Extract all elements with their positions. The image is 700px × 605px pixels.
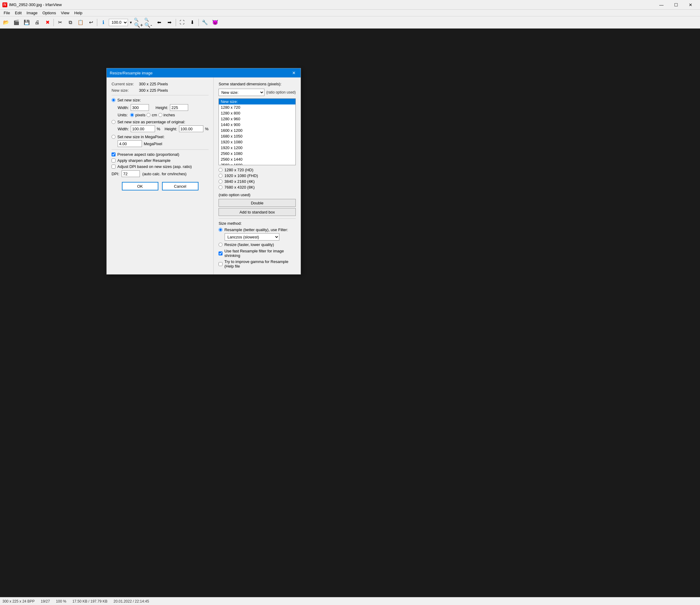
new-size-dropdown[interactable]: New size: bbox=[219, 89, 265, 96]
dropdown-row: New size: (ratio option used) bbox=[219, 89, 296, 96]
film-button[interactable] bbox=[11, 18, 21, 27]
filter-select[interactable]: Lanczos (slowest) Box Bilinear Bicubic bbox=[225, 233, 279, 240]
apply-sharpen-checkbox[interactable] bbox=[111, 159, 116, 162]
listbox-item-1[interactable]: 1280 x 800 bbox=[219, 110, 296, 116]
unit-pixels-label: pixels bbox=[135, 113, 145, 117]
zoom-out-button[interactable]: 🔍- bbox=[144, 18, 154, 27]
cut-icon bbox=[58, 20, 62, 25]
download-button[interactable] bbox=[188, 18, 197, 27]
pct-radio-row: Set new size as percentage of original: bbox=[111, 120, 208, 124]
menu-edit[interactable]: Edit bbox=[12, 10, 24, 16]
undo-button[interactable] bbox=[86, 18, 96, 27]
unit-pixels-radio[interactable] bbox=[130, 113, 134, 117]
listbox-item-7[interactable]: 1920 x 1200 bbox=[219, 145, 296, 151]
minimize-button[interactable]: — bbox=[654, 0, 668, 10]
info-icon bbox=[102, 20, 104, 25]
dialog-close-button[interactable]: ✕ bbox=[290, 70, 298, 76]
listbox-item-3[interactable]: 1440 x 900 bbox=[219, 122, 296, 128]
resize-radio[interactable] bbox=[219, 243, 223, 246]
close-button[interactable]: ✕ bbox=[683, 0, 698, 10]
preserve-aspect-checkbox[interactable] bbox=[111, 153, 116, 156]
open-button[interactable] bbox=[1, 18, 11, 27]
listbox-item-6[interactable]: 1920 x 1080 bbox=[219, 139, 296, 145]
maximize-button[interactable]: ☐ bbox=[669, 0, 683, 10]
save-button[interactable] bbox=[22, 18, 32, 27]
copy-button[interactable] bbox=[65, 18, 75, 27]
set-mp-radio[interactable] bbox=[111, 135, 116, 139]
8k-radio[interactable] bbox=[219, 185, 223, 189]
cut-button[interactable] bbox=[55, 18, 65, 27]
menu-image[interactable]: Image bbox=[24, 10, 40, 16]
prev-icon bbox=[157, 20, 161, 25]
listbox-item-5[interactable]: 1680 x 1050 bbox=[219, 133, 296, 139]
paste-button[interactable] bbox=[76, 18, 85, 27]
fhd-radio[interactable] bbox=[219, 174, 223, 178]
preserve-aspect-label: Preserve aspect ratio (proportional) bbox=[117, 152, 179, 157]
improve-gamma-checkbox[interactable] bbox=[219, 262, 223, 266]
improve-gamma-label: Try to improve gamma for Resample (Help … bbox=[224, 259, 296, 268]
ok-button[interactable]: OK bbox=[122, 182, 158, 190]
hd-radio[interactable] bbox=[219, 168, 223, 172]
zoom-dropdown-arrow: ▼ bbox=[129, 21, 133, 24]
divider-2 bbox=[111, 150, 208, 150]
add-to-standard-button[interactable]: Add to standard box bbox=[219, 208, 296, 216]
width-input[interactable] bbox=[131, 104, 149, 111]
separator-3 bbox=[176, 19, 176, 26]
zoom-in-button[interactable]: 🔍+ bbox=[134, 18, 144, 27]
ratio-note: (ratio option used) bbox=[219, 192, 296, 197]
apply-sharpen-label: Apply sharpen after Resample bbox=[117, 158, 171, 163]
units-label: Units: bbox=[118, 113, 128, 117]
hd-label: 1280 x 720 (HD) bbox=[224, 168, 253, 172]
menu-options[interactable]: Options bbox=[40, 10, 59, 16]
set-new-size-radio[interactable] bbox=[111, 98, 116, 102]
menu-file[interactable]: File bbox=[1, 10, 12, 16]
4k-radio[interactable] bbox=[219, 180, 223, 183]
dialog-right-panel: Some standard dimensions (pixels): New s… bbox=[214, 77, 301, 274]
menu-help[interactable]: Help bbox=[72, 10, 85, 16]
dialog-title: Resize/Resample image bbox=[110, 71, 153, 75]
unit-cm-radio[interactable] bbox=[147, 113, 150, 117]
height-input[interactable] bbox=[170, 104, 188, 111]
listbox-item-8[interactable]: 2560 x 1080 bbox=[219, 151, 296, 156]
set-pct-radio[interactable] bbox=[111, 120, 116, 124]
print-button[interactable] bbox=[32, 18, 42, 27]
cancel-button[interactable]: Cancel bbox=[162, 182, 199, 190]
pct-input-row: Width: % Height: % bbox=[118, 126, 208, 132]
size-listbox[interactable]: New size: 1280 x 720 1280 x 800 1280 x 9… bbox=[219, 98, 296, 165]
listbox-item-10[interactable]: 2560 x 1600 bbox=[219, 162, 296, 165]
listbox-item-newsize[interactable]: New size: bbox=[219, 99, 296, 104]
new-size-info-value: 300 x 225 Pixels bbox=[139, 88, 168, 93]
height-label: Height: bbox=[156, 105, 168, 110]
fullscreen-button[interactable] bbox=[177, 18, 187, 27]
irfan-icon bbox=[212, 20, 218, 25]
pct-height-input[interactable] bbox=[179, 126, 203, 132]
listbox-item-4[interactable]: 1600 x 1200 bbox=[219, 128, 296, 133]
unit-inches-radio[interactable] bbox=[158, 113, 162, 117]
settings-button[interactable] bbox=[200, 18, 210, 27]
adjust-dpi-label: Adjust DPI based on new sizes (asp. rati… bbox=[117, 164, 192, 169]
info-button[interactable] bbox=[99, 18, 108, 27]
resample-radio[interactable] bbox=[219, 228, 223, 232]
zoom-select[interactable]: 100.0 bbox=[109, 19, 128, 26]
mp-input[interactable] bbox=[118, 140, 142, 147]
menu-view[interactable]: View bbox=[58, 10, 72, 16]
adjust-dpi-checkbox[interactable] bbox=[111, 165, 116, 168]
current-size-row: Current size: 300 x 225 Pixels bbox=[111, 82, 208, 86]
fast-resample-checkbox[interactable] bbox=[219, 252, 223, 256]
pct-width-input[interactable] bbox=[131, 126, 155, 132]
listbox-item-2[interactable]: 1280 x 960 bbox=[219, 116, 296, 122]
wh-input-row: Width: Height: bbox=[118, 104, 208, 111]
listbox-item-0[interactable]: 1280 x 720 bbox=[219, 104, 296, 110]
listbox-item-9[interactable]: 2560 x 1440 bbox=[219, 156, 296, 162]
close-image-button[interactable] bbox=[43, 18, 52, 27]
irfan-button[interactable] bbox=[210, 18, 220, 27]
dialog-left-panel: Current size: 300 x 225 Pixels New size:… bbox=[107, 77, 214, 274]
next-button[interactable] bbox=[165, 18, 174, 27]
dialog-footer: OK Cancel bbox=[111, 177, 208, 195]
status-size: 17.50 KB / 197.79 KB bbox=[72, 599, 107, 604]
prev-button[interactable] bbox=[154, 18, 164, 27]
units-row: Units: pixels cm inches bbox=[118, 113, 208, 117]
dpi-input[interactable] bbox=[122, 170, 140, 177]
double-button[interactable]: Double bbox=[219, 199, 296, 207]
pct-width-label: Width: bbox=[118, 127, 129, 131]
